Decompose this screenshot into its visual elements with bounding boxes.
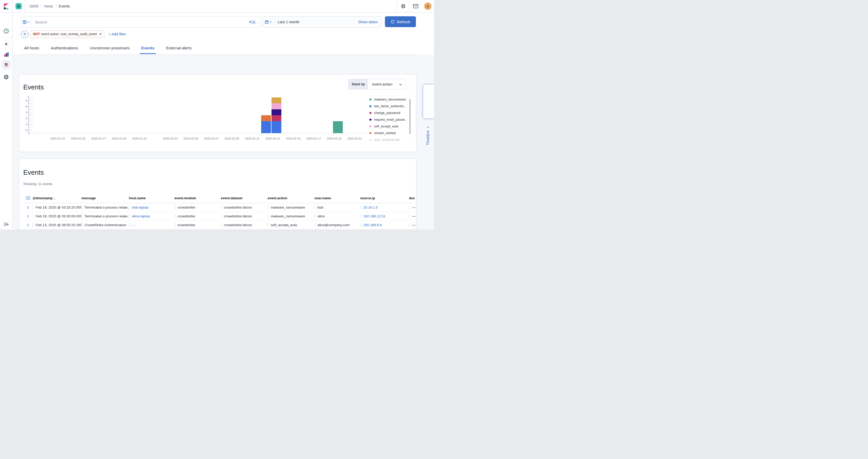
- cell-value[interactable]: crowdstrike.falcon: [224, 206, 252, 209]
- stack-by-select[interactable]: Stack by event.action: [348, 79, 406, 89]
- space-switcher[interactable]: D: [16, 3, 22, 9]
- timeline-flyout-button[interactable]: Timeline ›: [423, 84, 434, 119]
- drag-handle[interactable]: [409, 214, 410, 218]
- cell-value[interactable]: crowdstrike: [178, 214, 195, 218]
- column-header-host.name[interactable]: host.name: [129, 196, 175, 200]
- cell-value[interactable]: 192.168.12.51: [363, 214, 385, 218]
- sidebar-item-app-a[interactable]: A: [0, 39, 12, 49]
- bar-segment-change_password[interactable]: [272, 115, 281, 121]
- sidebar-item-siem-selected[interactable]: [0, 59, 12, 70]
- kibana-logo[interactable]: [0, 0, 12, 12]
- drag-handle[interactable]: [82, 206, 83, 209]
- cell-value[interactable]: crowdstrike.falcon: [224, 223, 252, 227]
- drag-handle[interactable]: [360, 223, 362, 227]
- drag-handle[interactable]: [221, 206, 222, 209]
- drag-handle[interactable]: [175, 223, 176, 227]
- newsfeed-button[interactable]: [410, 0, 421, 12]
- tab-external-alerts[interactable]: External alerts: [164, 45, 193, 54]
- column-header-source.ip[interactable]: source.ip: [360, 196, 409, 200]
- recently-viewed-button[interactable]: [0, 26, 12, 36]
- cell-value[interactable]: 192.168.6.8: [363, 223, 381, 227]
- cell-value[interactable]: Terminated a process relate...: [85, 206, 129, 209]
- column-header-event.action[interactable]: event.action: [268, 196, 314, 200]
- drag-handle[interactable]: [314, 223, 316, 227]
- kql-syntax-button[interactable]: KQL: [245, 17, 260, 27]
- drag-handle[interactable]: [175, 214, 176, 218]
- bar-segment-two_factor_authentic...[interactable]: [261, 121, 271, 133]
- tab-authentications[interactable]: Authentications: [49, 45, 80, 54]
- drag-handle[interactable]: [409, 223, 410, 227]
- legend-item-change_password[interactable]: change_password: [369, 110, 408, 116]
- column-header-event.module[interactable]: event.module: [175, 196, 221, 200]
- column-header-des[interactable]: des: [409, 196, 416, 200]
- cell-value[interactable]: Feb 13, 2020 @ 08:50:20.289: [36, 223, 82, 227]
- remove-filter-button[interactable]: [99, 33, 102, 35]
- drag-handle[interactable]: [82, 223, 83, 227]
- column-header-user.name[interactable]: user.name: [314, 196, 360, 200]
- cell-value[interactable]: self_accept_eula: [271, 223, 297, 227]
- cell-value[interactable]: Feb 19, 2020 @ 03:33:20.000: [36, 206, 82, 209]
- saved-query-menu-button[interactable]: [21, 17, 31, 27]
- legend-item-malware_ransomware[interactable]: malware_ransomware: [369, 96, 408, 103]
- drag-handle[interactable]: [129, 206, 130, 209]
- filter-pill-not-user-activity[interactable]: NOT event.action: user_activity_audit_ev…: [30, 30, 104, 38]
- drag-handle[interactable]: [221, 214, 222, 218]
- drag-handle[interactable]: [314, 214, 316, 218]
- expand-row-button[interactable]: [23, 206, 33, 209]
- legend-item-request_reset_passw...[interactable]: request_reset_passw...: [369, 116, 408, 123]
- cell-value[interactable]: CrowdStrike Authentication: [85, 223, 126, 227]
- drag-handle[interactable]: [33, 214, 34, 218]
- cell-value[interactable]: alice@company.com: [317, 223, 350, 227]
- expand-row-button[interactable]: [23, 223, 33, 227]
- bar-segment-request_reset_passw...[interactable]: [272, 109, 281, 115]
- cell-value[interactable]: crowdstrike: [178, 206, 195, 209]
- drag-handle[interactable]: [268, 214, 269, 218]
- bar-segment-stream_started[interactable]: [261, 115, 271, 121]
- drag-handle[interactable]: [33, 223, 34, 227]
- drag-handle[interactable]: [268, 206, 269, 209]
- sidebar-item-analytics[interactable]: [0, 49, 12, 59]
- drag-handle[interactable]: [129, 214, 130, 218]
- help-button[interactable]: [398, 0, 409, 12]
- cell-value[interactable]: malware_ransomware: [271, 206, 305, 209]
- legend-item-two_factor_authentic...[interactable]: two_factor_authentic...: [369, 103, 408, 110]
- bar-segment-malware_ransomware[interactable]: [333, 121, 343, 133]
- legend-item-stream_started[interactable]: stream_started: [369, 130, 408, 136]
- user-menu[interactable]: e: [422, 0, 433, 12]
- breadcrumb-siem[interactable]: SIEM: [29, 4, 38, 8]
- cell-value[interactable]: 10.18.1.5: [363, 206, 378, 209]
- cell-value[interactable]: crowdstrike: [178, 223, 195, 227]
- drag-handle[interactable]: [360, 206, 362, 209]
- expand-row-button[interactable]: [23, 215, 33, 218]
- column-header-event.dataset[interactable]: event.dataset: [221, 196, 268, 200]
- sidebar-item-management[interactable]: [0, 72, 12, 82]
- tab-events[interactable]: Events: [140, 45, 156, 54]
- cell-value[interactable]: malware_ransomware: [271, 214, 305, 218]
- drag-handle[interactable]: [175, 206, 176, 209]
- bar-segment-user_authenticate[interactable]: [272, 97, 281, 103]
- add-filter-button[interactable]: + Add filter: [109, 32, 126, 36]
- drag-handle[interactable]: [33, 206, 34, 209]
- cell-value[interactable]: Terminated a process relate...: [85, 214, 129, 218]
- tab-uncommon-processes[interactable]: Uncommon processes: [88, 45, 131, 54]
- cell-value[interactable]: Feb 19, 2020 @ 03:30:00.000: [36, 214, 82, 218]
- legend-item-user_authenticate[interactable]: user_authenticate: [369, 136, 408, 143]
- bar-segment-self_accept_eula[interactable]: [272, 103, 281, 109]
- drag-handle[interactable]: [409, 206, 410, 209]
- drag-handle[interactable]: [129, 223, 130, 227]
- show-dates-button[interactable]: Show dates: [358, 20, 381, 24]
- search-input[interactable]: [31, 20, 245, 24]
- drag-handle[interactable]: [221, 223, 222, 227]
- legend-scrollbar[interactable]: [409, 99, 410, 134]
- date-quick-select-button[interactable]: [262, 17, 274, 27]
- drag-handle[interactable]: [82, 214, 83, 218]
- tab-all-hosts[interactable]: All hosts: [23, 45, 41, 54]
- fields-browser-button[interactable]: [23, 196, 33, 200]
- cell-value[interactable]: bob-laptop: [132, 206, 149, 209]
- filter-options-button[interactable]: [21, 30, 28, 38]
- date-range-value[interactable]: Last 1 month: [274, 20, 358, 24]
- cell-value[interactable]: bob: [317, 206, 323, 209]
- breadcrumb-hosts[interactable]: Hosts: [44, 4, 53, 8]
- legend-item-self_accept_eula[interactable]: self_accept_eula: [369, 123, 408, 130]
- cell-value[interactable]: alice: [317, 214, 325, 218]
